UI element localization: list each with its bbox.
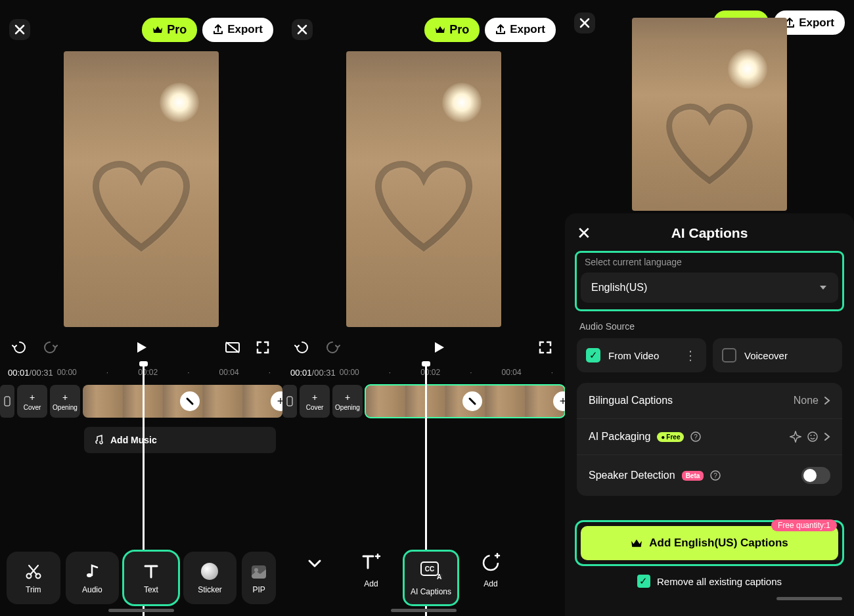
top-bar: Pro Export	[0, 0, 282, 51]
ruler-tick: 00:04	[219, 368, 239, 377]
editor-panel-step3: Pro Export ✕ AI Captions Select current …	[565, 0, 854, 616]
audio-source-label: Audio Source	[579, 321, 842, 332]
row-label: Bilingual Captions	[589, 395, 673, 407]
video-clip[interactable]: +	[83, 385, 282, 418]
video-preview[interactable]	[64, 51, 219, 327]
from-video-chip[interactable]: ✓ From Video ⋯	[577, 338, 706, 372]
info-icon[interactable]: ?	[690, 431, 701, 442]
export-button[interactable]: Export	[202, 18, 273, 42]
opening-button[interactable]: +Opening	[50, 385, 80, 418]
fullscreen-button[interactable]	[536, 338, 554, 357]
play-button[interactable]	[132, 338, 150, 357]
svg-point-16	[814, 435, 815, 436]
sparkle-icon	[790, 431, 801, 443]
pro-button[interactable]: Pro	[424, 18, 480, 42]
video-preview[interactable]	[346, 51, 501, 327]
transition-node[interactable]	[462, 391, 482, 411]
pro-label: Pro	[167, 23, 187, 37]
language-block: Select current language English(US)	[577, 253, 842, 309]
svg-rect-7	[287, 397, 292, 406]
crown-icon	[435, 25, 445, 34]
timeline-layer-tab[interactable]	[0, 385, 14, 418]
ruler-tick: 00:02	[420, 368, 440, 377]
tool-label: AI Captions	[411, 587, 451, 596]
player-controls	[282, 330, 565, 363]
video-preview[interactable]	[632, 18, 787, 211]
preview-area	[565, 37, 854, 213]
tool-label: Trim	[26, 585, 41, 594]
svg-point-11	[483, 556, 498, 570]
trim-button[interactable]: Trim	[7, 552, 60, 604]
fullscreen-button[interactable]	[254, 338, 272, 357]
cover-label: Cover	[24, 404, 41, 411]
export-label: Export	[510, 23, 545, 36]
text-plus-icon	[361, 554, 381, 572]
timeline-layer-tab[interactable]	[282, 385, 297, 418]
remove-captions-row[interactable]: ✓ Remove all existing captions	[577, 575, 842, 588]
undo-button[interactable]	[293, 338, 311, 357]
sticker-button[interactable]: Sticker	[183, 552, 237, 604]
heart-drawing	[650, 87, 769, 195]
ruler-tick: ·	[269, 368, 271, 377]
free-quantity-badge: Free quantity:1	[771, 519, 837, 531]
sticker-icon	[201, 563, 218, 580]
export-button[interactable]: Export	[485, 18, 556, 42]
cta-highlight: Free quantity:1 Add English(US) Captions	[577, 522, 842, 564]
export-label: Export	[799, 16, 834, 30]
svg-text:AI: AI	[437, 573, 442, 581]
chip-label: Voiceover	[744, 350, 788, 361]
ruler-tick: 00:02	[138, 368, 158, 377]
close-button[interactable]	[574, 12, 595, 33]
opening-button[interactable]: +Opening	[332, 385, 363, 418]
top-bar: Pro Export	[282, 0, 565, 51]
close-button[interactable]	[292, 19, 313, 40]
redo-button[interactable]	[323, 338, 342, 357]
add-text-button[interactable]: Add	[348, 552, 394, 588]
voiceover-chip[interactable]: Voiceover	[713, 338, 842, 372]
info-icon[interactable]: ?	[710, 470, 721, 481]
tool-label: Add	[483, 579, 497, 588]
undo-button[interactable]	[11, 338, 29, 357]
timeline[interactable]: +Cover +Opening +	[282, 382, 565, 420]
transition-node[interactable]	[180, 391, 200, 411]
svg-text:?: ?	[714, 472, 718, 479]
cover-label: Cover	[306, 404, 324, 411]
video-clip[interactable]: +	[365, 385, 565, 418]
bilingual-row[interactable]: Bilingual Captions None	[577, 383, 842, 419]
ruler-tick: 00:04	[502, 368, 522, 377]
add-music-label: Add Music	[110, 435, 157, 445]
sheet-close-button[interactable]: ✕	[577, 223, 591, 244]
text-button[interactable]: Text	[124, 552, 178, 604]
speaker-toggle[interactable]	[801, 467, 830, 484]
redo-button[interactable]	[41, 338, 59, 357]
options-list: Bilingual Captions None AI Packaging ●Fr…	[577, 383, 842, 496]
ai-packaging-row[interactable]: AI Packaging ●Free ?	[577, 419, 842, 455]
timeline[interactable]: +Cover +Opening +	[0, 382, 282, 420]
chip-label: From Video	[608, 350, 659, 361]
quality-button[interactable]	[223, 338, 242, 357]
smile-icon	[807, 431, 819, 443]
cover-button[interactable]: +Cover	[300, 385, 330, 418]
ai-captions-button[interactable]: CCAI AI Captions	[405, 552, 457, 604]
audio-button[interactable]: Audio	[66, 552, 120, 604]
chevron-down-icon	[306, 554, 323, 571]
back-button[interactable]	[292, 552, 338, 574]
tool-label: Sticker	[198, 585, 222, 594]
language-select[interactable]: English(US)	[581, 273, 838, 303]
ruler-tick: ·	[106, 368, 108, 377]
play-button[interactable]	[430, 338, 448, 357]
home-indicator	[108, 609, 174, 612]
total-time: 00:31	[314, 368, 336, 378]
audio-source-row: ✓ From Video ⋯ Voiceover	[577, 338, 842, 372]
pip-button[interactable]: PIP	[242, 552, 276, 604]
speaker-detection-row[interactable]: Speaker Detection Beta ?	[577, 455, 842, 496]
more-icon[interactable]: ⋯	[683, 349, 699, 361]
add-caption-loop-button[interactable]: Add	[468, 552, 514, 588]
text-icon	[143, 563, 160, 580]
ai-captions-sheet: ✕ AI Captions Select current language En…	[565, 213, 854, 616]
total-time: 00:31	[32, 368, 53, 378]
close-button[interactable]	[9, 19, 30, 40]
pro-button[interactable]: Pro	[142, 18, 197, 42]
cover-button[interactable]: +Cover	[17, 385, 47, 418]
add-music-button[interactable]: Add Music	[84, 427, 276, 453]
